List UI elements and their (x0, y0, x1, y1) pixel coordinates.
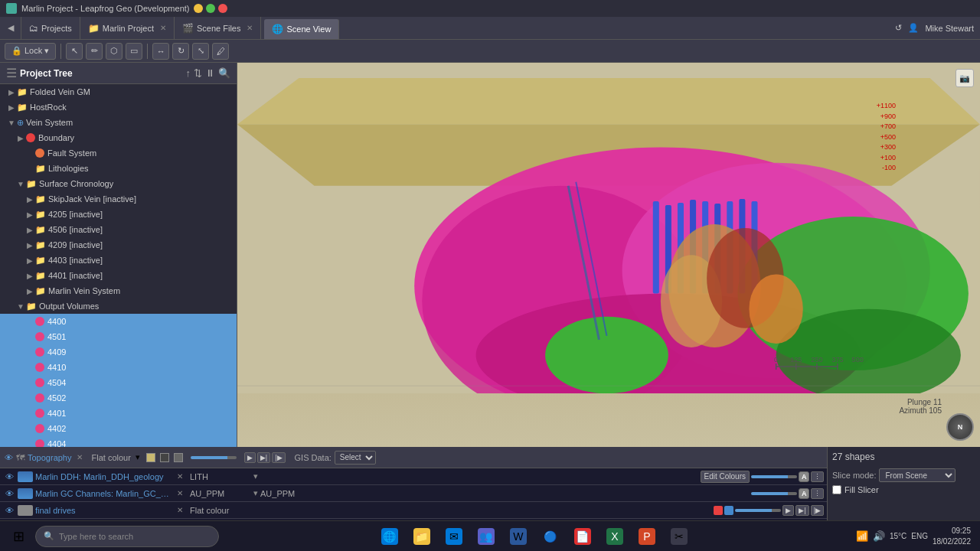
topo-color-swatch2[interactable] (160, 453, 169, 462)
scale-tool-button[interactable]: ⤡ (192, 43, 209, 60)
gis-select[interactable]: Select (335, 451, 376, 465)
tree-item-4502[interactable]: 4502 (0, 390, 237, 406)
taskbar-app-chrome[interactable]: 🔵 (535, 523, 566, 550)
tab-close-scene-files[interactable]: ✕ (247, 24, 253, 32)
topo-close[interactable]: ✕ (77, 453, 83, 461)
filter-icon[interactable]: ⇅ (194, 67, 202, 79)
tree-item-fault-system[interactable]: Fault System (0, 145, 237, 161)
layer-next-3[interactable]: ▶| (795, 505, 808, 516)
layer-name-drives[interactable]: final drives (35, 506, 173, 515)
taskbar-app-excel[interactable]: X (599, 523, 630, 550)
tree-item-output-volumes[interactable]: ▼ 📁 Output Volumes (0, 298, 237, 314)
search-icon[interactable]: 🔍 (218, 67, 230, 79)
layer-eye-topo[interactable]: 👁 (5, 453, 13, 462)
pencil-tool-button[interactable]: ✏ (86, 43, 103, 60)
tab-close-marlin[interactable]: ✕ (160, 24, 166, 32)
minimize-button[interactable] (194, 4, 203, 13)
clock[interactable]: 09:25 18/02/2022 (933, 526, 971, 547)
tab-marlin-project[interactable]: 📁 Marlin Project ✕ (80, 17, 175, 39)
compass[interactable]: N (946, 413, 974, 441)
taskbar-app-teams[interactable]: 👥 (471, 523, 501, 550)
tree-item-4410[interactable]: 4410 (0, 360, 237, 375)
taskbar-app-powerpoint[interactable]: P (632, 523, 662, 550)
topo-opacity-slider[interactable] (191, 456, 237, 459)
tree-item-4404[interactable]: 4404 (0, 436, 237, 447)
tree-item-skipjack[interactable]: ▶ 📁 SkipJack Vein [inactive] (0, 191, 237, 207)
lock-button[interactable]: 🔒 Lock ▾ (5, 43, 56, 60)
taskbar-app-edge[interactable]: 🌐 (374, 523, 405, 550)
topo-play-button[interactable]: ▶ (244, 452, 256, 463)
layer-close-2[interactable]: ✕ (175, 489, 185, 497)
sort-icon[interactable]: ↑ (186, 67, 191, 79)
network-icon[interactable]: 📶 (856, 530, 868, 542)
topo-next-button[interactable]: ▶| (257, 452, 270, 463)
layer-eye-2[interactable]: 👁 (3, 489, 15, 498)
layer-eye-3[interactable]: 👁 (3, 506, 15, 515)
layer-slider-1[interactable] (751, 475, 797, 478)
pause-icon[interactable]: ⏸ (205, 67, 215, 79)
close-button[interactable] (218, 4, 227, 13)
polygon-tool-button[interactable]: ⬡ (106, 43, 122, 60)
tree-item-vein-system[interactable]: ▼ ⊕ Vein System (0, 115, 237, 130)
topo-color-swatch1[interactable] (146, 453, 155, 462)
volume-icon[interactable]: 🔊 (873, 530, 885, 542)
rect-tool-button[interactable]: ▭ (126, 43, 142, 60)
tab-scene-files[interactable]: 🎬 Scene Files ✕ (175, 17, 261, 39)
fill-slicer-checkbox[interactable] (832, 485, 841, 494)
select-tool-button[interactable]: ↖ (66, 43, 83, 60)
rotate-tool-button[interactable]: ↻ (172, 43, 189, 60)
layer-btn-a1[interactable]: A (799, 471, 809, 482)
taskbar-app-acrobat[interactable]: 📄 (567, 523, 598, 550)
slice-mode-select[interactable]: From Scene (879, 468, 956, 482)
tree-item-boundary[interactable]: ▶ Boundary (0, 130, 237, 145)
tab-arrow-left[interactable]: ◀ (0, 17, 21, 39)
viewport-camera-button[interactable]: 📷 (956, 69, 974, 87)
layer-play-3[interactable]: ▶ (782, 505, 794, 516)
tree-item-4205-inactive[interactable]: ▶ 📁 4205 [inactive] (0, 207, 237, 222)
tree-item-lithologies[interactable]: 📁 Lithologies (0, 161, 237, 176)
tree-item-4209-inactive[interactable]: ▶ 📁 4209 [inactive] (0, 237, 237, 253)
taskbar-app-outlook[interactable]: ✉ (439, 523, 469, 550)
layer-close-3[interactable]: ✕ (175, 506, 185, 514)
tree-item-4501[interactable]: 4501 (0, 329, 237, 344)
move-tool-button[interactable]: ↔ (152, 43, 169, 60)
sidebar-menu-icon[interactable]: ☰ (6, 66, 17, 80)
tree-item-4402[interactable]: 4402 (0, 421, 237, 436)
tree-item-4504[interactable]: 4504 (0, 375, 237, 390)
taskbar-search[interactable]: 🔍 Type here to search (35, 526, 219, 547)
layer-slider-2[interactable] (751, 492, 797, 495)
drives-swatch2[interactable] (724, 506, 733, 515)
chevron-lith[interactable]: ▾ (253, 471, 258, 481)
taskbar-app-word[interactable]: W (503, 523, 534, 550)
layer-btn-menu2[interactable]: ⋮ (811, 488, 824, 499)
drives-swatch1[interactable] (714, 506, 723, 515)
layer-eye-1[interactable]: 👁 (3, 472, 15, 481)
sync-icon[interactable]: ↺ (895, 23, 902, 33)
layer-btn-a2[interactable]: A (799, 488, 809, 499)
chevron-down-icon[interactable]: ▾ (136, 452, 140, 462)
tree-item-4506-inactive[interactable]: ▶ 📁 4506 [inactive] (0, 222, 237, 237)
topo-prev-button[interactable]: |▶ (272, 452, 285, 463)
tree-item-marlin-vein-system[interactable]: ▶ 📁 Marlin Vein System (0, 283, 237, 298)
layer-prev-3[interactable]: |▶ (811, 505, 824, 516)
start-button[interactable]: ⊞ (3, 523, 34, 550)
tree-item-hostrock[interactable]: ▶ 📁 HostRock (0, 99, 237, 115)
edit-colours-button-1[interactable]: Edit Colours (701, 471, 750, 483)
tree-item-4403-inactive[interactable]: ▶ 📁 4403 [inactive] (0, 253, 237, 268)
taskbar-app-explorer[interactable]: 📁 (407, 523, 437, 550)
tree-item-4401[interactable]: 4401 (0, 406, 237, 421)
tree-item-folded-vein[interactable]: ▶ 📁 Folded Vein GM (0, 84, 237, 99)
layer-name-gc[interactable]: Marlin GC Channels: Marlin_GC_assay (35, 489, 173, 498)
tree-item-4409[interactable]: 4409 (0, 344, 237, 360)
tree-item-surface-chronology[interactable]: ▼ 📁 Surface Chronology (0, 176, 237, 191)
pen-tool-button[interactable]: 🖊 (212, 43, 229, 60)
topo-color-swatch3[interactable] (174, 453, 183, 462)
layer-name-ddh[interactable]: Marlin DDH: Marlin_DDH_geology (35, 472, 173, 481)
tab-projects[interactable]: 🗂 Projects (21, 17, 80, 39)
chevron-au[interactable]: ▾ (253, 488, 258, 498)
tree-item-4401-inactive[interactable]: ▶ 📁 4401 [inactive] (0, 268, 237, 283)
tree-item-4400[interactable]: 4400 (0, 314, 237, 329)
layer-close-1[interactable]: ✕ (175, 472, 185, 481)
viewport[interactable]: 0 125 250 375 500 +1100 +900 +700 +500 +… (237, 63, 980, 447)
tree-container[interactable]: ▶ 📁 Folded Vein GM ▶ 📁 HostRock ▼ ⊕ Vein… (0, 84, 237, 447)
